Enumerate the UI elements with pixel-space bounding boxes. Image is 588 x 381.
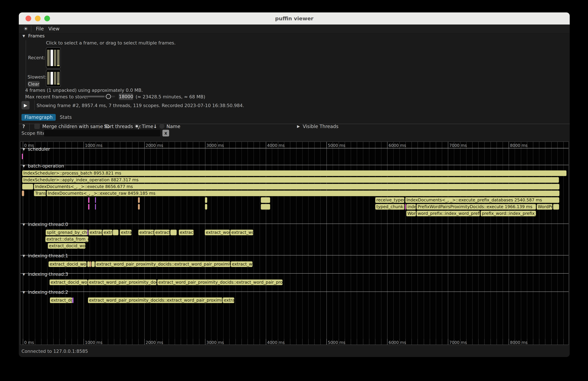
flame-scope-bar[interactable]: extract: [179, 230, 194, 235]
flame-scope-bar[interactable]: [22, 184, 33, 190]
flame-scope-bar[interactable]: [88, 197, 89, 203]
sort-direction-arrow-icon[interactable]: ↓: [153, 124, 157, 129]
visible-threads-triangle-icon[interactable]: ▶: [297, 124, 300, 128]
flame-scope-bar[interactable]: [261, 197, 270, 203]
help-button[interactable]: ?: [22, 124, 25, 129]
thread-name-label: indexing-thread:3: [26, 272, 68, 277]
flame-scope-bar[interactable]: word_prefix::index_word_prefix_: [417, 211, 480, 216]
max-frames-slider-knob[interactable]: [106, 94, 111, 99]
ruler-tick-label: 8000 ms: [510, 143, 527, 148]
visible-threads-header[interactable]: Visible Threads: [303, 124, 338, 129]
flame-scope-bar[interactable]: extract_docid_word: [48, 243, 85, 249]
flame-scope-bar[interactable]: extract_wo: [231, 261, 252, 267]
flame-scope-bar[interactable]: Trans: [34, 190, 46, 196]
scope-filter-clear-button[interactable]: x: [162, 130, 169, 136]
collapse-triangle-icon: ▼: [22, 164, 25, 168]
flame-scope-bar[interactable]: IndexDocuments<_, _>::execute 8656.677 m…: [34, 184, 560, 190]
flame-scope-bar[interactable]: IndexScheduler>::apply_index_operation 8…: [22, 177, 559, 183]
flame-scope-bar[interactable]: extract_word_pair_proximity_docids: [88, 279, 157, 285]
flame-scope-bar[interactable]: split_grenad_by_chun: [46, 230, 87, 235]
clear-button[interactable]: Clear: [28, 81, 40, 87]
flame-scope-bar[interactable]: IndexScheduler>::process_batch 8953.821 …: [22, 170, 567, 176]
max-frames-value[interactable]: 18000: [119, 93, 133, 100]
flame-scope-bar[interactable]: extrac: [223, 297, 234, 303]
flame-scope-bar[interactable]: index: [406, 204, 416, 210]
flame-scope-bar[interactable]: [72, 297, 74, 303]
flame-scope-bar[interactable]: [22, 190, 24, 196]
tab-stats[interactable]: Stats: [57, 114, 75, 121]
tab-flamegraph[interactable]: Flamegraph: [21, 114, 56, 121]
frame-bar[interactable]: [47, 72, 50, 85]
thread-header-scheduler[interactable]: ▼ scheduler: [22, 147, 50, 152]
frame-bar-selected[interactable]: [50, 50, 53, 66]
flame-scope-bar[interactable]: [138, 204, 140, 210]
frame-bar[interactable]: [54, 72, 56, 85]
flame-scope-bar[interactable]: WordPr: [537, 204, 552, 210]
flame-scope-bar[interactable]: extrac: [120, 230, 132, 235]
flame-scope-bar[interactable]: [89, 261, 91, 267]
max-frames-label: Max recent frames to store:: [25, 94, 88, 99]
thread-header-indexing-thread:0[interactable]: ▼ indexing-thread:0: [22, 222, 68, 227]
flame-scope-bar[interactable]: [87, 230, 88, 235]
sort-time-radio[interactable]: [134, 124, 139, 129]
flame-scope-bar[interactable]: [113, 230, 119, 235]
thread-name-label: indexing-thread:2: [26, 290, 68, 295]
flame-scope-bar[interactable]: [87, 261, 90, 267]
flame-scope-bar[interactable]: prefix_word::index_prefix_wo: [481, 211, 536, 216]
sort-name-radio[interactable]: [159, 124, 165, 129]
thread-header-indexing-thread:1[interactable]: ▼ indexing-thread:1: [22, 253, 68, 258]
theme-toggle-sun-icon[interactable]: ☀: [23, 24, 28, 33]
flame-scope-bar[interactable]: extra: [103, 230, 112, 235]
flame-scope-bar[interactable]: PrefixWordPairsProximityDocids::execute …: [417, 204, 536, 210]
flame-scope-bar[interactable]: receive_typed_: [375, 197, 404, 203]
flame-scope-bar[interactable]: [405, 204, 406, 210]
scope-filter-input[interactable]: [44, 130, 160, 136]
recent-frames-thumbnail[interactable]: [46, 47, 61, 68]
flamegraph-panel[interactable]: 0 ms0 ms1000 ms1000 ms2000 ms2000 ms3000…: [20, 142, 569, 345]
flame-scope-bar[interactable]: extract_word_pair_proximity_docids::extr…: [88, 297, 222, 303]
flame-scope-bar[interactable]: [138, 197, 140, 203]
flame-scope-bar[interactable]: extract_wo: [230, 230, 253, 235]
flame-scope-bar[interactable]: Word: [406, 211, 416, 216]
flame-scope-bar[interactable]: [88, 204, 89, 210]
flame-scope-bar[interactable]: typed_chunk::w: [375, 204, 404, 210]
flame-scope-bar[interactable]: [170, 230, 177, 235]
flame-scope-bar[interactable]: [91, 261, 95, 267]
frame-bar[interactable]: [57, 72, 60, 85]
thread-header-indexing-thread:3[interactable]: ▼ indexing-thread:3: [22, 272, 68, 277]
play-button[interactable]: ▶: [21, 101, 30, 109]
flame-scope-bar[interactable]: extract_doc: [50, 297, 72, 303]
flame-scope-bar[interactable]: [553, 204, 559, 210]
window-title: puffin viewer: [19, 12, 570, 24]
thread-section-separator: [21, 292, 568, 292]
flame-scope-bar[interactable]: IndexDocuments<_, _>::execute_prefix_dat…: [405, 197, 559, 203]
flame-scope-bar[interactable]: extract::data_from_ob: [45, 236, 88, 242]
flame-scope-bar[interactable]: [261, 204, 270, 210]
flame-scope-bar[interactable]: extract_docid_word: [49, 279, 88, 285]
flame-scope-bar[interactable]: extract_word_pair_proximity_docids::extr…: [95, 261, 231, 267]
flame-scope-bar[interactable]: [205, 204, 207, 210]
flame-scope-bar[interactable]: [205, 197, 207, 203]
flame-scope-bar[interactable]: extract_docid_word: [48, 261, 86, 267]
frame-bar[interactable]: [54, 50, 56, 66]
flame-scope-bar[interactable]: extract: [89, 230, 102, 235]
frames-collapsible-header[interactable]: ▼ Frames: [22, 33, 45, 39]
flame-scope-bar[interactable]: IndexDocuments<_, _>::execute_raw 8459.1…: [47, 190, 560, 196]
frame-bar[interactable]: [47, 50, 50, 66]
flame-scope-bar[interactable]: extract_word_pair_proximity_docids::extr…: [157, 279, 283, 285]
frame-bar[interactable]: [57, 50, 60, 66]
flame-scope-bar[interactable]: extract_: [138, 230, 154, 235]
merge-children-checkbox[interactable]: [34, 124, 40, 129]
menu-file[interactable]: File: [36, 24, 44, 33]
ruler-tick-label: 2000 ms: [146, 143, 163, 148]
frame-bar-selected[interactable]: [50, 72, 53, 85]
menu-view[interactable]: View: [48, 24, 59, 33]
flame-scope-bar[interactable]: extract_: [154, 230, 170, 235]
flame-scope-bar[interactable]: [22, 154, 23, 159]
flame-scope-bar[interactable]: [95, 204, 96, 210]
flame-scope-bar[interactable]: [95, 197, 96, 203]
slowest-frames-thumbnail[interactable]: [46, 70, 61, 87]
thread-header-batch-operation[interactable]: ▼ batch-operation: [22, 163, 64, 169]
flame-scope-bar[interactable]: extract_word: [205, 230, 230, 235]
thread-header-indexing-thread:2[interactable]: ▼ indexing-thread:2: [22, 290, 68, 295]
